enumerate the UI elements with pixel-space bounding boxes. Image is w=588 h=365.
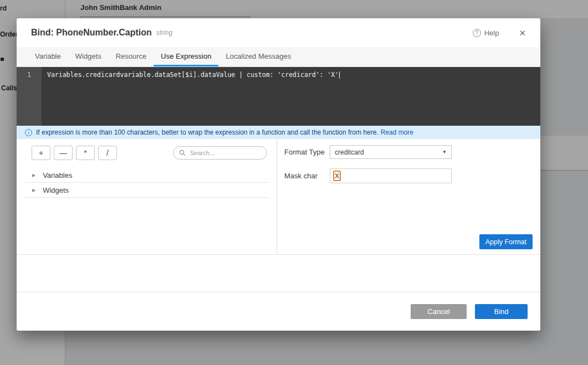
bind-dialog: Bind: PhoneNumber.Caption string ? Help … bbox=[17, 18, 540, 331]
info-bar: i If expression is more than 100 charact… bbox=[17, 126, 540, 139]
mask-char-row: Mask char X bbox=[284, 168, 533, 183]
info-icon: i bbox=[25, 129, 32, 136]
expression-helpers-panel: + — * / ▶ Variables ▶ bbox=[17, 139, 277, 254]
tab-resource[interactable]: Resource bbox=[109, 47, 154, 66]
mask-char-value: X bbox=[333, 171, 341, 181]
help-label: Help bbox=[484, 29, 499, 37]
tree-label-widgets: Widgets bbox=[43, 186, 69, 194]
dialog-spacer bbox=[17, 255, 540, 292]
format-type-row: Format Type creditcard ▼ bbox=[284, 145, 533, 159]
mask-char-input[interactable]: X bbox=[330, 168, 452, 183]
read-more-link[interactable]: Read more bbox=[381, 128, 413, 136]
tab-use-expression[interactable]: Use Expression bbox=[154, 47, 218, 66]
format-panel: Format Type creditcard ▼ Mask char X App… bbox=[277, 139, 540, 254]
help-icon: ? bbox=[473, 29, 481, 37]
operator-toolbar: + — * / bbox=[32, 146, 267, 160]
info-text: If expression is more than 100 character… bbox=[36, 128, 379, 136]
operator-asterisk-button[interactable]: * bbox=[76, 146, 95, 160]
operator-minus-button[interactable]: — bbox=[54, 146, 73, 160]
tree-label-variables: Variables bbox=[43, 171, 72, 179]
dialog-header: Bind: PhoneNumber.Caption string ? Help … bbox=[17, 18, 540, 47]
search-input[interactable] bbox=[189, 149, 261, 157]
editor-gutter: 1 bbox=[17, 67, 42, 126]
tree-item-variables[interactable]: ▶ Variables bbox=[25, 168, 269, 183]
caret-right-icon: ▶ bbox=[32, 188, 35, 193]
expression-text: Variables.credicardvariable.dataSet[$i].… bbox=[47, 71, 339, 79]
tab-widgets[interactable]: Widgets bbox=[68, 47, 109, 66]
dialog-title: Bind: PhoneNumber.Caption bbox=[31, 28, 152, 38]
operator-plus-button[interactable]: + bbox=[32, 146, 50, 160]
dialog-type-label: string bbox=[156, 29, 172, 37]
line-number: 1 bbox=[27, 71, 31, 79]
search-box[interactable] bbox=[173, 146, 267, 160]
dropdown-arrow-icon: ▼ bbox=[442, 150, 447, 155]
format-type-label: Format Type bbox=[284, 148, 330, 156]
expression-editor[interactable]: 1 Variables.credicardvariable.dataSet[$i… bbox=[17, 67, 540, 126]
help-button[interactable]: ? Help bbox=[473, 29, 499, 37]
tab-localized-messages[interactable]: Localized Messages bbox=[218, 47, 298, 66]
text-cursor-icon bbox=[339, 71, 340, 79]
tab-variable[interactable]: Variable bbox=[28, 47, 68, 66]
dialog-content: + — * / ▶ Variables ▶ bbox=[17, 139, 540, 255]
close-icon[interactable]: ✕ bbox=[519, 29, 526, 37]
mask-char-label: Mask char bbox=[284, 172, 330, 180]
bind-source-tree: ▶ Variables ▶ Widgets bbox=[25, 168, 269, 198]
dialog-footer: Cancel Bind bbox=[17, 292, 540, 331]
format-type-select[interactable]: creditcard ▼ bbox=[330, 145, 452, 159]
caret-right-icon: ▶ bbox=[32, 173, 35, 178]
format-type-value: creditcard bbox=[335, 148, 364, 156]
tree-item-widgets[interactable]: ▶ Widgets bbox=[25, 183, 269, 198]
search-icon bbox=[179, 150, 186, 156]
editor-code-area[interactable]: Variables.credicardvariable.dataSet[$i].… bbox=[42, 67, 540, 126]
tab-bar: Variable Widgets Resource Use Expression… bbox=[17, 47, 540, 67]
operator-slash-button[interactable]: / bbox=[98, 146, 117, 160]
apply-format-button[interactable]: Apply Format bbox=[479, 234, 533, 249]
bind-button[interactable]: Bind bbox=[475, 304, 528, 319]
cancel-button[interactable]: Cancel bbox=[411, 304, 467, 319]
